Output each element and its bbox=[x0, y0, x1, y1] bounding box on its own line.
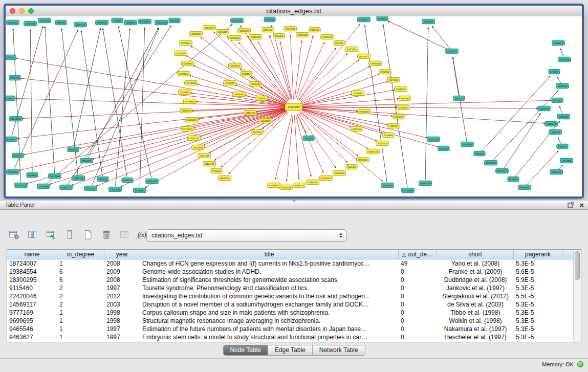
graph-node[interactable]: 16034872 bbox=[259, 118, 272, 123]
column-header-out-de[interactable]: △out_de… bbox=[399, 250, 437, 259]
graph-edge[interactable] bbox=[558, 138, 561, 144]
graph-node[interactable]: 18456789 bbox=[558, 57, 571, 62]
graph-node[interactable]: 19857954 bbox=[219, 176, 231, 181]
delete-button[interactable] bbox=[100, 229, 113, 240]
graph-node[interactable]: 15345678 bbox=[545, 121, 558, 126]
column-header-short[interactable]: short bbox=[437, 250, 514, 259]
zoom-button[interactable] bbox=[28, 8, 34, 14]
graph-edge[interactable] bbox=[302, 107, 538, 108]
graph-edge[interactable] bbox=[300, 60, 359, 102]
graph-node[interactable]: 18234567 bbox=[6, 55, 16, 60]
graph-edge[interactable] bbox=[140, 28, 144, 187]
graph-edge[interactable] bbox=[301, 74, 380, 104]
table-row[interactable]: 2242004622012Investigating the contribut… bbox=[7, 292, 574, 300]
new-file-button[interactable] bbox=[82, 229, 94, 240]
graph-node[interactable]: 13456782 bbox=[74, 22, 87, 27]
column-button[interactable] bbox=[63, 229, 76, 240]
graph-edge[interactable] bbox=[81, 31, 102, 176]
graph-node[interactable]: 17015090 bbox=[175, 51, 187, 56]
graph-node[interactable]: 12034567 bbox=[538, 106, 551, 111]
graph-node[interactable]: 9890345 bbox=[474, 151, 485, 156]
table-row[interactable]: 946554611997Estimation of the future num… bbox=[7, 325, 574, 333]
graph-node[interactable]: 18567234 bbox=[84, 186, 97, 191]
graph-node[interactable]: 10456789 bbox=[72, 176, 85, 181]
graph-node[interactable]: 8079902 bbox=[334, 40, 345, 46]
table-row[interactable]: 969969511998Structural magnetic resonanc… bbox=[7, 317, 574, 325]
graph-edge[interactable] bbox=[49, 110, 286, 185]
graph-node[interactable]: 14567890 bbox=[231, 18, 244, 23]
graph-node[interactable]: 18450392 bbox=[186, 117, 199, 122]
graph-node[interactable]: 8345012 bbox=[557, 144, 568, 149]
graph-node[interactable]: 19456780 bbox=[146, 179, 159, 184]
graph-node[interactable]: 19234567 bbox=[496, 168, 509, 173]
graph-node[interactable]: 16203624 bbox=[178, 71, 190, 76]
graph-edge[interactable] bbox=[302, 99, 399, 106]
graph-node[interactable]: 16234589 bbox=[461, 142, 474, 147]
graph-edge[interactable] bbox=[30, 30, 32, 172]
graph-edge[interactable] bbox=[291, 35, 294, 99]
graph-edge[interactable] bbox=[557, 77, 561, 83]
graph-node[interactable]: 18098765 bbox=[96, 20, 108, 25]
graph-node[interactable]: 10789123 bbox=[419, 181, 432, 186]
graph-edge[interactable] bbox=[558, 165, 562, 170]
table-row[interactable]: 911546021997Tourette syndrome. Phenomeno… bbox=[7, 284, 574, 292]
graph-node[interactable]: 18922204 bbox=[357, 157, 369, 162]
graph-node[interactable]: 12145678 bbox=[550, 169, 563, 174]
table-row[interactable]: 1830029562008Estimation of significance … bbox=[7, 276, 574, 284]
graph-node[interactable]: 9034156 bbox=[241, 71, 252, 76]
graph-node[interactable]: 8628395 bbox=[399, 96, 410, 101]
graph-node[interactable]: 2243658 bbox=[393, 114, 404, 119]
graph-edge[interactable] bbox=[15, 98, 286, 106]
graph-node[interactable]: 17562390 bbox=[224, 80, 236, 85]
graph-edge[interactable] bbox=[297, 114, 306, 133]
graph-node[interactable]: 13789456 bbox=[557, 114, 570, 119]
graph-node[interactable]: 2861241 bbox=[262, 27, 273, 32]
graph-node[interactable]: 17654321 bbox=[358, 17, 371, 22]
graph-node[interactable]: 17789456 bbox=[560, 158, 573, 163]
graph-edge[interactable] bbox=[559, 106, 562, 114]
graph-edge[interactable] bbox=[301, 67, 369, 103]
table-row[interactable]: 1456911722003Disruption of a novel membe… bbox=[7, 300, 574, 309]
graph-node[interactable]: 8123456 bbox=[351, 126, 362, 132]
graph-edge[interactable] bbox=[299, 53, 347, 101]
graph-edge[interactable] bbox=[302, 108, 387, 125]
graph-node[interactable]: 10235213 bbox=[376, 141, 389, 146]
graph-node[interactable]: 16461219 bbox=[367, 149, 380, 154]
graph-node[interactable]: 14514543 bbox=[320, 176, 333, 181]
graph-node[interactable]: 15432876 bbox=[6, 96, 15, 101]
graph-node[interactable]: 15456789 bbox=[427, 137, 440, 142]
graph-node[interactable]: 13987234 bbox=[7, 169, 19, 174]
graph-edge[interactable] bbox=[275, 115, 292, 180]
graph-node[interactable]: 11431756 bbox=[321, 34, 334, 39]
graph-node[interactable]: 7678345 bbox=[549, 69, 560, 74]
graph-node[interactable]: 8765432 bbox=[169, 18, 180, 23]
splitter-handle[interactable] bbox=[293, 199, 295, 202]
graph-node[interactable]: 10234890 bbox=[552, 40, 565, 46]
column-header-title[interactable]: title bbox=[140, 250, 399, 259]
table-selector-dropdown[interactable]: citations_edges.txt bbox=[146, 229, 347, 242]
graph-node[interactable]: 12372035 bbox=[397, 105, 409, 110]
graph-node[interactable]: 8163049 bbox=[264, 17, 275, 22]
graph-node[interactable]: 9456234 bbox=[552, 98, 563, 103]
table-row[interactable]: 977716911998Corpus callosum shape and si… bbox=[7, 309, 574, 317]
minimize-button[interactable] bbox=[19, 8, 25, 14]
graph-node[interactable]: 15699403 bbox=[296, 32, 309, 37]
graph-node[interactable]: 18823456 bbox=[233, 92, 246, 97]
graph-node[interactable]: 8944254 bbox=[273, 33, 285, 38]
graph-edge[interactable] bbox=[61, 29, 78, 175]
graph-node[interactable]: 9862934 bbox=[380, 69, 391, 74]
graph-node[interactable]: 13567012 bbox=[485, 160, 497, 165]
graph-edge[interactable] bbox=[280, 42, 292, 99]
graph-node[interactable]: 10567893 bbox=[24, 21, 37, 26]
graph-node[interactable]: 9225430 bbox=[309, 27, 320, 32]
graph-node[interactable]: 9234871 bbox=[12, 153, 24, 158]
graph-node[interactable]: 9546325 bbox=[346, 164, 357, 169]
graph-node[interactable]: 14890123 bbox=[60, 185, 73, 190]
graph-edge[interactable] bbox=[527, 151, 558, 185]
graph-edge[interactable] bbox=[388, 21, 449, 50]
graph-node[interactable]: 14230567 bbox=[352, 91, 364, 96]
graph-edge[interactable] bbox=[287, 115, 293, 181]
float-panel-icon[interactable] bbox=[568, 201, 574, 210]
graph-node[interactable]: 19751035 bbox=[182, 126, 194, 132]
graph-node[interactable]: 16520912 bbox=[358, 54, 371, 59]
